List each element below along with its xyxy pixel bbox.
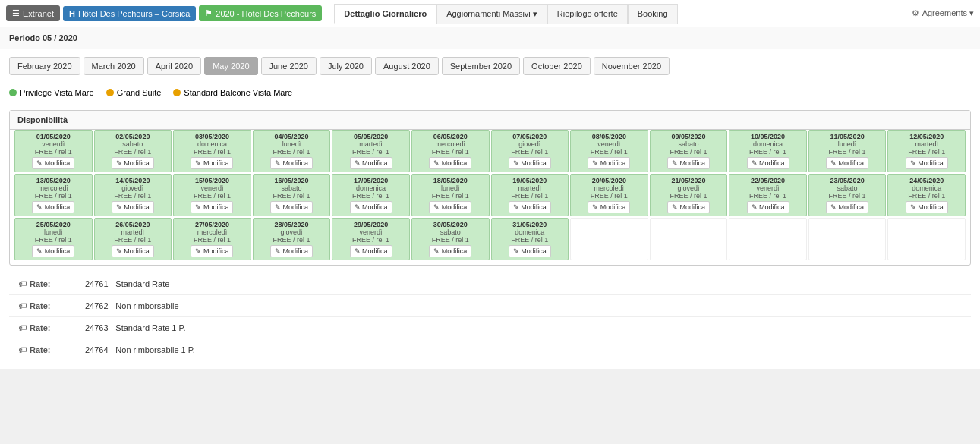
date-label: 08/05/2020 (574, 133, 644, 140)
tab-riepilogo[interactable]: Riepilogo offerte (547, 4, 628, 24)
month-tab-february-2020[interactable]: February 2020 (9, 57, 80, 75)
modifica-button[interactable]: ✎ Modifica (350, 157, 392, 169)
modifica-button[interactable]: ✎ Modifica (509, 245, 551, 257)
cal-cell-27/05/2020: 27/05/2020 mercoledì FREE / rel 1 ✎ Modi… (173, 218, 251, 260)
hotel-icon: H (69, 9, 75, 18)
hotel-button[interactable]: H Hôtel Des Pecheurs – Corsica (63, 6, 196, 21)
date-label: 29/05/2020 (336, 221, 406, 228)
main-content: Disponibilità 01/05/2020 venerdì FREE / … (0, 102, 980, 369)
cal-cell-04/05/2020: 04/05/2020 lunedì FREE / rel 1 ✎ Modific… (253, 130, 331, 172)
modifica-button[interactable]: ✎ Modifica (906, 201, 948, 213)
tab-booking[interactable]: Booking (628, 4, 678, 24)
modifica-button[interactable]: ✎ Modifica (191, 201, 233, 213)
free-label: FREE / rel 1 (18, 236, 89, 244)
free-label: FREE / rel 1 (812, 148, 883, 156)
modifica-button[interactable]: ✎ Modifica (270, 245, 313, 257)
modifica-button[interactable]: ✎ Modifica (32, 201, 74, 213)
modifica-button[interactable]: ✎ Modifica (350, 245, 392, 257)
date-label: 01/05/2020 (18, 133, 89, 140)
calendar-container: 01/05/2020 venerdì FREE / rel 1 ✎ Modifi… (10, 130, 970, 265)
legend-green-dot (9, 89, 17, 96)
tab-aggiornamenti[interactable]: Aggiornamenti Massivi ▾ (436, 4, 547, 24)
year-button[interactable]: ⚑ 2020 - Hotel Des Pecheurs (199, 5, 322, 21)
cal-cell-26/05/2020: 26/05/2020 martedì FREE / rel 1 ✎ Modifi… (94, 218, 172, 260)
date-label: 12/05/2020 (891, 133, 962, 140)
modifica-button[interactable]: ✎ Modifica (112, 201, 154, 213)
month-tab-october-2020[interactable]: October 2020 (523, 57, 591, 75)
modifica-button[interactable]: ✎ Modifica (429, 245, 471, 257)
period-bar: Periodo 05 / 2020 (0, 27, 980, 49)
month-tab-august-2020[interactable]: August 2020 (375, 57, 439, 75)
extranet-button[interactable]: ☰ Extranet (6, 5, 60, 21)
free-label: FREE / rel 1 (336, 192, 406, 200)
free-label: FREE / rel 1 (574, 148, 644, 156)
modifica-button[interactable]: ✎ Modifica (32, 245, 74, 257)
calendar-row-0: 01/05/2020 venerdì FREE / rel 1 ✎ Modifi… (10, 130, 970, 174)
rate-row-1: 🏷 Rate: 24762 - Non rimborsabile (9, 295, 971, 317)
modifica-button[interactable]: ✎ Modifica (191, 245, 233, 257)
day-label: sabato (415, 228, 486, 236)
modifica-button[interactable]: ✎ Modifica (270, 201, 313, 213)
modifica-button[interactable]: ✎ Modifica (588, 157, 630, 169)
legend-standard-label: Standard Balcone Vista Mare (184, 88, 292, 97)
modifica-button[interactable]: ✎ Modifica (112, 157, 154, 169)
modifica-button[interactable]: ✎ Modifica (429, 201, 471, 213)
modifica-button[interactable]: ✎ Modifica (270, 157, 313, 169)
free-label: FREE / rel 1 (257, 236, 327, 244)
day-label: giovedì (98, 184, 169, 192)
cal-cell-25/05/2020: 25/05/2020 lunedì FREE / rel 1 ✎ Modific… (14, 218, 93, 260)
free-label: FREE / rel 1 (415, 192, 486, 200)
tab-dettaglio[interactable]: Dettaglio Giornaliero (334, 4, 436, 24)
cal-cell-29/05/2020: 29/05/2020 venerdì FREE / rel 1 ✎ Modifi… (332, 218, 410, 260)
modifica-button[interactable]: ✎ Modifica (429, 157, 471, 169)
day-label: domenica (177, 140, 247, 148)
modifica-button[interactable]: ✎ Modifica (112, 245, 154, 257)
day-label: sabato (812, 184, 883, 192)
month-tab-april-2020[interactable]: April 2020 (147, 57, 202, 75)
month-tab-september-2020[interactable]: September 2020 (442, 57, 520, 75)
legend-privilege[interactable]: Privilege Vista Mare (9, 88, 94, 97)
modifica-button[interactable]: ✎ Modifica (667, 157, 710, 169)
month-tab-july-2020[interactable]: July 2020 (320, 57, 372, 75)
cal-cell-20/05/2020: 20/05/2020 mercoledì FREE / rel 1 ✎ Modi… (570, 174, 648, 216)
month-tab-may-2020[interactable]: May 2020 (204, 57, 257, 75)
agreements-menu[interactable]: ⚙ Agreements ▾ (912, 8, 974, 18)
day-label: mercoledì (574, 184, 644, 192)
cal-cell-02/05/2020: 02/05/2020 sabato FREE / rel 1 ✎ Modific… (94, 130, 172, 172)
month-tab-june-2020[interactable]: June 2020 (261, 57, 317, 75)
free-label: FREE / rel 1 (495, 192, 566, 200)
modifica-button[interactable]: ✎ Modifica (191, 157, 233, 169)
month-tab-november-2020[interactable]: November 2020 (594, 57, 670, 75)
modifica-button[interactable]: ✎ Modifica (747, 201, 789, 213)
top-navigation: ☰ Extranet H Hôtel Des Pecheurs – Corsic… (0, 0, 980, 27)
month-tab-march-2020[interactable]: March 2020 (84, 57, 144, 75)
cal-cell-14/05/2020: 14/05/2020 giovedì FREE / rel 1 ✎ Modifi… (94, 174, 172, 216)
tag-icon-3: 🏷 (18, 345, 27, 354)
cal-cell-22/05/2020: 22/05/2020 venerdì FREE / rel 1 ✎ Modifi… (729, 174, 807, 216)
date-label: 25/05/2020 (18, 221, 89, 228)
cal-cell-19/05/2020: 19/05/2020 martedì FREE / rel 1 ✎ Modifi… (491, 174, 569, 216)
modifica-button[interactable]: ✎ Modifica (747, 157, 789, 169)
modifica-button[interactable]: ✎ Modifica (350, 201, 392, 213)
modifica-button[interactable]: ✎ Modifica (667, 201, 710, 213)
modifica-button[interactable]: ✎ Modifica (32, 157, 74, 169)
flag-icon: ⚑ (205, 8, 213, 18)
legend-grand-suite[interactable]: Grand Suite (106, 88, 162, 97)
free-label: FREE / rel 1 (415, 148, 486, 156)
date-label: 07/05/2020 (495, 133, 566, 140)
modifica-button[interactable]: ✎ Modifica (826, 201, 868, 213)
legend-standard[interactable]: Standard Balcone Vista Mare (173, 88, 292, 97)
day-label: mercoledì (415, 140, 486, 148)
modifica-button[interactable]: ✎ Modifica (509, 201, 551, 213)
modifica-button[interactable]: ✎ Modifica (906, 157, 948, 169)
date-label: 28/05/2020 (257, 221, 327, 228)
free-label: FREE / rel 1 (654, 192, 724, 200)
date-label: 27/05/2020 (177, 221, 247, 228)
modifica-button[interactable]: ✎ Modifica (509, 157, 551, 169)
legend-bar: Privilege Vista Mare Grand Suite Standar… (0, 83, 980, 102)
modifica-button[interactable]: ✎ Modifica (826, 157, 868, 169)
free-label: FREE / rel 1 (257, 192, 327, 200)
rate-value-3: 24764 - Non rimborsabile 1 P. (85, 345, 195, 354)
modifica-button[interactable]: ✎ Modifica (588, 201, 630, 213)
day-label: giovedì (495, 140, 566, 148)
